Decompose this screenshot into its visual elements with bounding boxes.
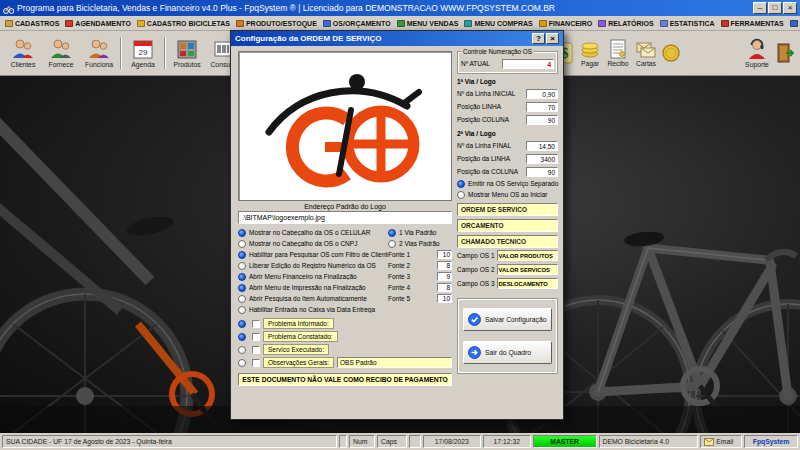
menu-ferramentas[interactable]: FERRAMENTAS	[718, 16, 787, 30]
option-radio[interactable]	[238, 273, 246, 281]
option-radio[interactable]	[238, 306, 246, 314]
field-checkbox[interactable]	[252, 320, 260, 328]
save-icon	[468, 313, 481, 326]
toolbar-fornece-button[interactable]: Fornece	[42, 32, 80, 74]
statusbar-email-button[interactable]: Email	[700, 435, 742, 448]
toolbar-agenda-button[interactable]: 29 Agenda	[124, 32, 162, 74]
atual-value-input[interactable]: 4	[502, 59, 554, 69]
save-config-button[interactable]: Salvar Configuração	[463, 308, 552, 331]
toolbar-moeda-button[interactable]	[660, 32, 682, 74]
minimize-button[interactable]: –	[753, 2, 767, 14]
toolbar-cartas-button[interactable]: Cartas	[632, 32, 660, 74]
dialog-close-button[interactable]: ×	[546, 33, 559, 44]
fonte-input[interactable]: 9	[437, 272, 452, 281]
option-radio[interactable]	[238, 284, 246, 292]
menu-os-orcamento[interactable]: OS/ORÇAMENTO	[320, 16, 394, 30]
linha-final-input[interactable]: 14,50	[526, 141, 558, 151]
doc-title-orcamento-input[interactable]: ORCAMENTO	[457, 219, 558, 232]
dialog-title: Configuração da ORDEM DE SERVIÇO	[235, 34, 382, 43]
exit-dialog-button[interactable]: Sair do Quadro	[463, 341, 552, 364]
people-icon	[87, 38, 111, 60]
field-radio[interactable]	[238, 346, 246, 354]
dialog-help-button[interactable]: ?	[532, 33, 545, 44]
fonte-input[interactable]: 8	[437, 261, 452, 270]
posicao-linha-input[interactable]: 70	[526, 102, 558, 112]
field-radio[interactable]	[238, 333, 246, 341]
posicao-coluna-input[interactable]: 90	[526, 115, 558, 125]
option-radio[interactable]	[238, 240, 246, 248]
doc-title-os-input[interactable]: ORDEM DE SERVICO	[457, 203, 558, 216]
check-row: Servico Executado:	[238, 343, 452, 356]
logo-path-input[interactable]: .\BITMAP\logoexemplo.jpg	[238, 211, 452, 224]
field-checkbox[interactable]	[252, 346, 260, 354]
fonte-input[interactable]: 10	[437, 250, 452, 259]
campo-os2-input[interactable]: VALOR SERVICOS	[497, 264, 558, 275]
dialog-titlebar: Configuração da ORDEM DE SERVIÇO ? ×	[231, 31, 563, 46]
posicao-coluna2-input[interactable]: 90	[526, 167, 558, 177]
campo-os3-input[interactable]: DESLOCAMENTO	[497, 278, 558, 289]
field-label: Posição LINHA	[457, 103, 501, 110]
option-radio[interactable]	[238, 251, 246, 259]
doc-title-chamado-input[interactable]: CHAMADO TECNICO	[457, 235, 558, 248]
field-label: Servico Executado:	[263, 344, 329, 355]
option-row: Habilitar para Pesquisar OS com Filtro d…	[238, 249, 452, 260]
menu-estatistica[interactable]: ESTATISTICA	[657, 16, 718, 30]
statusbar-user-badge: MASTER	[533, 435, 597, 448]
field-checkbox[interactable]	[252, 333, 260, 341]
menu-relatorios[interactable]: RELATÓRIOS	[595, 16, 656, 30]
option-label: Abrir Menu Financeiro na Finalização	[249, 273, 388, 280]
via2-section-title: 2ª Via / Logo	[457, 128, 558, 139]
option-radio[interactable]	[238, 295, 246, 303]
obs-default-input[interactable]: OBS Padrão	[337, 357, 452, 368]
numbering-group: Controle Numeração OS Nº ATUAL 4	[457, 51, 558, 74]
option-radio[interactable]	[238, 229, 246, 237]
app-bike-icon	[3, 3, 14, 14]
statusbar-time: 17:12:32	[483, 435, 531, 448]
via-label: 2 Vias Padrão	[399, 240, 440, 247]
menu-cadastro-bicicletas[interactable]: CADASTRO BICICLETAS	[134, 16, 233, 30]
menu-produto-estoque[interactable]: PRODUTO/ESTOQUE	[233, 16, 320, 30]
menu-financeiro[interactable]: FINANCEIRO	[536, 16, 596, 30]
menu-cadastros[interactable]: CADASTROS	[2, 16, 62, 30]
calendar-icon: 29	[132, 38, 154, 60]
toolbar-clientes-button[interactable]: Clientes	[4, 32, 42, 74]
toolbar-suporte-button[interactable]: Suporte	[740, 32, 774, 74]
via-radio[interactable]	[388, 229, 396, 237]
chart-mini-icon	[660, 20, 668, 27]
toolbar-pagar-button[interactable]: Pagar	[576, 32, 604, 74]
money-mini-icon	[539, 20, 547, 27]
option-radio[interactable]	[238, 262, 246, 270]
via-radio[interactable]	[388, 240, 396, 248]
field-radio[interactable]	[238, 359, 246, 367]
bike-logo-image	[239, 52, 451, 200]
emit-radio[interactable]	[457, 180, 465, 188]
fonte-label: Fonte 4	[388, 284, 437, 291]
toolbar-exit-button[interactable]	[774, 32, 796, 74]
toolbar-funciona-button[interactable]: Funciona	[80, 32, 118, 74]
menu-ajuda[interactable]: AJUDA	[787, 16, 800, 30]
menu-agendamento[interactable]: AGENDAMENTO	[62, 16, 133, 30]
option-label: Habilitar para Pesquisar OS com Filtro d…	[249, 251, 388, 258]
menu-compras[interactable]: MENU COMPRAS	[461, 16, 535, 30]
posicao-linha2-input[interactable]: 3400	[526, 154, 558, 164]
statusbar-brand: FpqSystem	[744, 435, 798, 448]
campo-os1-input[interactable]: VALOR PRODUTOS	[497, 250, 558, 261]
statusbar-app-name: DEMO Bicicletaria 4.0	[599, 435, 699, 448]
field-label: Nº da Linha FINAL	[457, 142, 511, 149]
emit-radio[interactable]	[457, 191, 465, 199]
dialog-left-column: Endereço Padrão do Logo .\BITMAP\logoexe…	[238, 51, 452, 386]
field-label: Problema Constatado:	[263, 331, 338, 342]
field-radio[interactable]	[238, 320, 246, 328]
window-title: Programa para Bicicletaria, Vendas e Fin…	[17, 3, 555, 13]
close-button[interactable]: ×	[783, 2, 797, 14]
toolbar-produtos-button[interactable]: Produtos	[168, 32, 206, 74]
toolbar-recibo-button[interactable]: Recibo	[604, 32, 632, 74]
option-row: Liberar Edição do Registro Numérico da O…	[238, 260, 452, 271]
fonte-input[interactable]: 8	[437, 283, 452, 292]
numbering-group-title: Controle Numeração OS	[461, 48, 534, 55]
maximize-button[interactable]: □	[768, 2, 782, 14]
fonte-input[interactable]: 10	[437, 294, 452, 303]
linha-inicial-input[interactable]: 0,90	[526, 89, 558, 99]
menu-vendas[interactable]: MENU VENDAS	[394, 16, 462, 30]
field-checkbox[interactable]	[252, 359, 260, 367]
